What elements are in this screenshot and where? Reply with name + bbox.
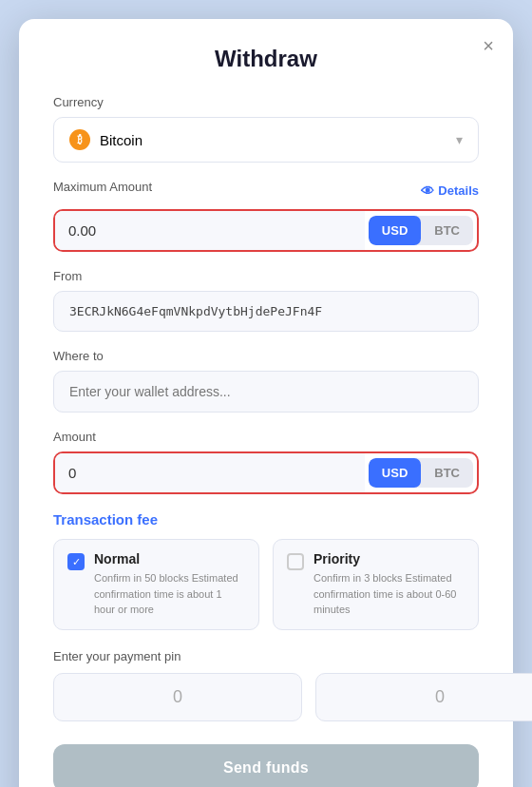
payment-pin-section: Enter your payment pin — [53, 649, 479, 721]
max-amount-usd-toggle[interactable]: USD — [369, 216, 421, 245]
pin-digit-2[interactable] — [315, 673, 532, 721]
transaction-fee-section: Transaction fee ✓ Normal Confirm in 50 b… — [53, 511, 479, 630]
amount-input[interactable] — [55, 453, 365, 492]
amount-input-wrapper: USD BTC — [53, 451, 479, 494]
max-amount-field: Maximum Amount 👁 Details USD BTC — [53, 180, 479, 252]
from-label: From — [53, 269, 479, 283]
amount-usd-toggle[interactable]: USD — [369, 458, 421, 488]
withdraw-modal: × Withdraw Currency ₿ Bitcoin ▾ Maximum … — [19, 19, 513, 787]
amount-field: Amount USD BTC — [53, 430, 479, 494]
max-amount-toggle-group: USD BTC — [369, 216, 473, 245]
currency-label: Currency — [53, 95, 479, 109]
where-to-field: Where to — [53, 349, 479, 413]
from-input — [53, 291, 479, 332]
bitcoin-icon: ₿ — [69, 129, 90, 150]
payment-pin-label: Enter your payment pin — [53, 649, 479, 663]
fee-normal-card[interactable]: ✓ Normal Confirm in 50 blocks Estimated … — [53, 539, 259, 630]
max-amount-label: Maximum Amount — [53, 180, 152, 194]
fee-normal-desc: Confirm in 50 blocks Estimated confirmat… — [94, 570, 245, 618]
currency-select[interactable]: ₿ Bitcoin ▾ — [53, 117, 479, 163]
where-to-input[interactable] — [53, 371, 479, 413]
fee-priority-checkbox[interactable] — [287, 553, 304, 570]
eye-icon: 👁 — [421, 183, 434, 199]
fee-priority-desc: Confirm in 3 blocks Estimated confirmati… — [314, 570, 465, 618]
fee-options: ✓ Normal Confirm in 50 blocks Estimated … — [53, 539, 479, 630]
amount-toggle-group: USD BTC — [369, 458, 473, 488]
chevron-down-icon: ▾ — [456, 132, 463, 147]
amount-label: Amount — [53, 430, 479, 444]
max-amount-btc-toggle[interactable]: BTC — [421, 216, 473, 245]
max-amount-input-wrapper: USD BTC — [53, 209, 479, 252]
pin-inputs — [53, 673, 479, 721]
fee-priority-card[interactable]: Priority Confirm in 3 blocks Estimated c… — [273, 539, 479, 630]
pin-digit-1[interactable] — [53, 673, 302, 721]
modal-title: Withdraw — [53, 46, 479, 72]
max-amount-input[interactable] — [55, 211, 365, 250]
send-funds-button[interactable]: Send funds — [53, 744, 479, 788]
close-button[interactable]: × — [483, 36, 494, 55]
currency-name: Bitcoin — [100, 132, 142, 148]
currency-field: Currency ₿ Bitcoin ▾ — [53, 95, 479, 163]
fee-normal-title: Normal — [94, 551, 245, 566]
amount-btc-toggle[interactable]: BTC — [421, 458, 473, 488]
fee-normal-checkbox[interactable]: ✓ — [67, 553, 85, 570]
fee-priority-title: Priority — [314, 551, 465, 566]
details-text: Details — [438, 183, 479, 198]
where-to-label: Where to — [53, 349, 479, 363]
from-field: From — [53, 269, 479, 332]
transaction-fee-label[interactable]: Transaction fee — [53, 511, 479, 528]
details-link[interactable]: 👁 Details — [421, 183, 479, 199]
